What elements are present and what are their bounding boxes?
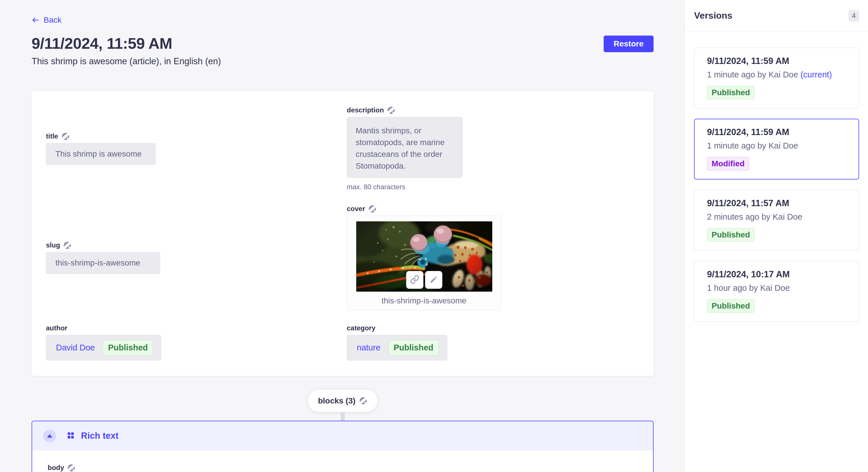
version-status-badge: Published	[707, 228, 755, 242]
app-root: Back 9/11/2024, 11:59 AM This shrimp is …	[0, 0, 868, 472]
description-field-label: description	[347, 106, 384, 114]
versions-count-badge: 4	[848, 10, 859, 22]
category-status-badge: Published	[389, 340, 439, 355]
version-status-badge: Modified	[707, 157, 749, 171]
page-title: 9/11/2024, 11:59 AM	[32, 34, 221, 52]
globe-icon	[369, 205, 376, 213]
versions-panel: Versions 4 9/11/2024, 11:59 AM 1 minute …	[685, 0, 868, 472]
slug-field-label: slug	[46, 241, 60, 249]
version-meta: 1 minute ago by Kai Doe	[707, 141, 846, 150]
description-textarea: Mantis shrimps, or stomatopods, are mari…	[347, 117, 462, 178]
field-description: description Mantis shrimps, or stomatopo…	[347, 106, 639, 191]
versions-list: 9/11/2024, 11:59 AM 1 minute ago by Kai …	[685, 32, 868, 322]
body-field-label: body	[48, 464, 64, 472]
rich-text-accordion-header[interactable]: Rich text	[32, 421, 653, 450]
restore-button[interactable]: Restore	[603, 36, 654, 52]
category-relation: nature Published	[347, 335, 447, 361]
cover-field-label: cover	[347, 205, 365, 213]
field-category: category nature Published	[347, 324, 639, 361]
author-relation: David Doe Published	[46, 335, 161, 361]
edit-image-button[interactable]	[425, 271, 442, 289]
version-card-2-selected[interactable]: 9/11/2024, 11:59 AM 1 minute ago by Kai …	[694, 119, 859, 179]
back-link[interactable]: Back	[32, 15, 61, 25]
chevron-up-icon	[47, 434, 52, 438]
version-fields-card: title description Mantis shrimps, or sto…	[32, 91, 654, 376]
current-version-tag: (current)	[801, 70, 832, 79]
back-label: Back	[43, 15, 61, 25]
version-card-1[interactable]: 9/11/2024, 11:59 AM 1 minute ago by Kai …	[694, 47, 859, 108]
blocks-field-label: blocks (3)	[318, 396, 355, 405]
version-date: 9/11/2024, 10:17 AM	[707, 269, 846, 279]
globe-icon	[67, 464, 75, 472]
pencil-icon	[429, 275, 438, 285]
version-status-badge: Published	[707, 86, 755, 100]
blocks-grid-icon	[67, 432, 74, 440]
main-content: Back 9/11/2024, 11:59 AM This shrimp is …	[0, 0, 685, 472]
rich-text-block-label: Rich text	[81, 431, 119, 441]
version-status-badge: Published	[707, 299, 755, 313]
field-cover: cover	[347, 205, 639, 310]
category-link[interactable]: nature	[357, 343, 380, 352]
copy-link-button[interactable]	[406, 271, 423, 289]
arrow-left-icon	[32, 16, 40, 24]
version-date: 9/11/2024, 11:59 AM	[707, 56, 846, 66]
globe-icon	[63, 241, 71, 249]
globe-icon	[62, 133, 69, 140]
cover-image	[356, 222, 492, 292]
versions-header: Versions 4	[685, 0, 868, 32]
cover-actions	[406, 271, 442, 289]
field-slug: slug	[46, 241, 347, 274]
blocks-field-chip: blocks (3)	[308, 390, 378, 412]
field-author: author David Doe Published	[46, 324, 347, 361]
versions-title: Versions	[694, 10, 732, 21]
rich-text-block: Rich text body	[32, 421, 654, 472]
link-icon	[410, 275, 420, 285]
page-header-text: 9/11/2024, 11:59 AM This shrimp is aweso…	[32, 34, 221, 67]
cover-card: this-shrimp-is-awesome	[347, 216, 501, 310]
rich-text-block-body: body	[32, 450, 653, 472]
version-meta: 1 hour ago by Kai Doe	[707, 283, 846, 293]
page-subtitle: This shrimp is awesome (article), in Eng…	[32, 56, 221, 67]
version-card-3[interactable]: 9/11/2024, 11:57 AM 2 minutes ago by Kai…	[694, 190, 859, 250]
globe-icon	[360, 397, 367, 405]
version-date: 9/11/2024, 11:59 AM	[707, 127, 846, 137]
page-header: 9/11/2024, 11:59 AM This shrimp is aweso…	[32, 34, 654, 67]
form-grid: title description Mantis shrimps, or sto…	[46, 106, 639, 361]
author-field-label: author	[46, 324, 67, 332]
version-meta: 2 minutes ago by Kai Doe	[707, 212, 846, 222]
version-card-4[interactable]: 9/11/2024, 10:17 AM 1 hour ago by Kai Do…	[694, 261, 859, 322]
collapse-toggle-button[interactable]	[43, 430, 56, 442]
blocks-connector	[341, 412, 345, 421]
field-title: title	[46, 132, 347, 165]
version-meta: 1 minute ago by Kai Doe (current)	[707, 70, 846, 79]
blocks-zone: blocks (3)	[32, 390, 654, 421]
author-link[interactable]: David Doe	[56, 343, 95, 352]
description-hint: max. 80 characters	[347, 183, 639, 191]
slug-input	[46, 252, 160, 274]
author-status-badge: Published	[103, 340, 153, 355]
globe-icon	[387, 106, 395, 114]
title-input	[46, 143, 156, 165]
category-field-label: category	[347, 324, 375, 332]
version-date: 9/11/2024, 11:57 AM	[707, 198, 846, 208]
title-field-label: title	[46, 132, 58, 140]
cover-filename: this-shrimp-is-awesome	[356, 296, 492, 305]
